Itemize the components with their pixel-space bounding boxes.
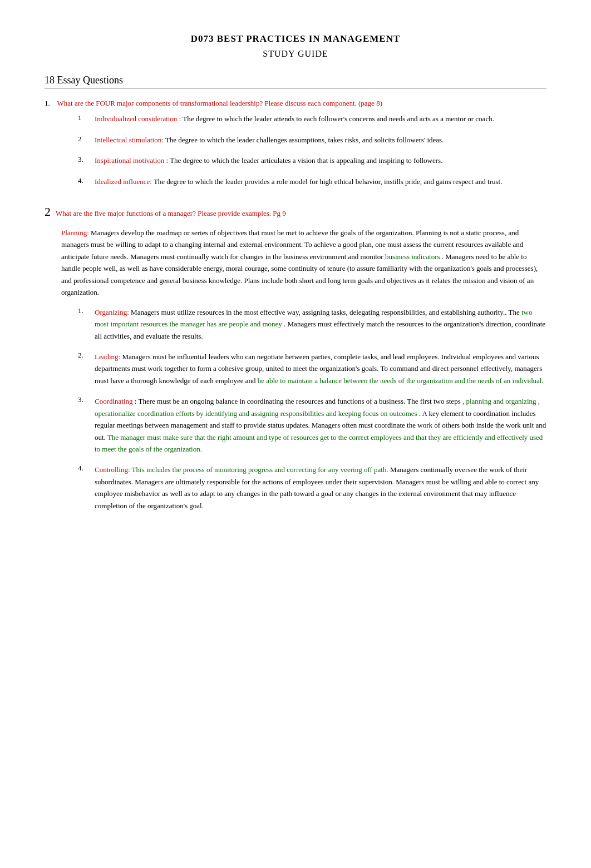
q1-item-2-suffix: The degree to which the leader challenge…	[165, 136, 444, 144]
leading-label: Leading:	[95, 353, 120, 361]
q1-item-4: 4. Idealized influence: The degree to wh…	[78, 176, 546, 187]
coordinating-text-1: : There must be an ongoing balance in co…	[135, 397, 461, 405]
question-1-block: 1. What are the FOUR major components of…	[45, 99, 546, 187]
q1-item-2-label: Intellectual stimulation:	[95, 136, 164, 144]
section-heading: 18 Essay Questions	[45, 75, 546, 89]
q1-item-3-content: Inspirational motivation : The degree to…	[95, 155, 442, 166]
q2-item-4-content: Controlling: This includes the process o…	[95, 464, 546, 512]
q1-item-1-label: Individualized consideration	[95, 115, 177, 123]
page-title: D073 BEST PRACTICES IN MANAGEMENT	[45, 33, 546, 44]
planning-highlight: business indicators	[385, 252, 440, 261]
q1-number: 1.	[45, 99, 50, 107]
q2-item-coordinating: 3. Coordinating : There must be an ongoi…	[78, 395, 546, 455]
leading-highlight: be able to maintain a balance between th…	[258, 376, 544, 385]
q2-item-1-content: Organizing: Managers must utilize resour…	[95, 306, 546, 342]
q1-item-3: 3. Inspirational motivation : The degree…	[78, 155, 546, 166]
q1-item-4-label: Idealized influence:	[95, 177, 152, 186]
q2-text: What are the five major functions of a m…	[56, 209, 286, 217]
controlling-label: Controlling:	[95, 465, 130, 474]
q2-item-4-num: 4.	[78, 464, 95, 473]
q1-item-3-num: 3.	[78, 155, 95, 164]
coordinating-highlight-2: responsibilities and keeping focus on ou…	[280, 409, 417, 418]
q2-item-controlling: 4. Controlling: This includes the proces…	[78, 464, 546, 512]
planning-paragraph: Planning: Managers develop the roadmap o…	[61, 227, 546, 299]
q1-item-2-num: 2	[78, 135, 95, 143]
q2-item-3-content: Coordinating : There must be an ongoing …	[95, 395, 546, 455]
q2-sub-list: 1. Organizing: Managers must utilize res…	[78, 306, 546, 512]
q2-item-3-num: 3.	[78, 395, 95, 404]
q1-item-3-suffix: : The degree to which the leader articul…	[166, 156, 443, 165]
page-subtitle: STUDY GUIDE	[45, 49, 546, 59]
q1-item-4-suffix: The degree to which the leader provides …	[154, 177, 503, 186]
controlling-highlight-label: This includes the process of monitoring …	[132, 465, 388, 474]
q2-item-1-num: 1.	[78, 306, 95, 315]
q1-item-2: 2 Intellectual stimulation: The degree t…	[78, 135, 546, 146]
q1-item-1-content: Individualized consideration : The degre…	[95, 113, 494, 125]
coordinating-label: Coordinating	[95, 397, 133, 405]
q1-item-3-label: Inspirational motivation	[95, 156, 164, 165]
planning-label: Planning:	[61, 229, 89, 237]
q1-item-1-num: 1	[78, 113, 95, 122]
q2-item-2-num: 2.	[78, 351, 95, 360]
q1-item-2-content: Intellectual stimulation: The degree to …	[95, 135, 444, 146]
coordinating-highlight-1: , planning and organizing	[462, 397, 536, 405]
q2-item-leading: 2. Leading: Managers must be influential…	[78, 351, 546, 386]
question-2-block: 2 What are the five major functions of a…	[45, 205, 546, 512]
q2-item-2-content: Leading: Managers must be influential le…	[95, 351, 546, 386]
q1-text: What are the FOUR major components of tr…	[57, 99, 382, 107]
organizing-text-1: Managers must utilize resources in the m…	[131, 308, 520, 316]
coordinating-highlight-3: The manager must make sure that the righ…	[95, 433, 543, 453]
q2-item-organizing: 1. Organizing: Managers must utilize res…	[78, 306, 546, 342]
q1-item-1-suffix: : The degree to which the leader attends…	[179, 115, 494, 123]
q1-item-4-content: Idealized influence: The degree to which…	[95, 176, 502, 187]
q1-item-1: 1 Individualized consideration : The deg…	[78, 113, 546, 125]
q1-sub-items: 1 Individualized consideration : The deg…	[78, 113, 546, 187]
q2-number: 2	[45, 205, 51, 219]
q1-item-4-num: 4.	[78, 176, 95, 185]
organizing-label: Organizing:	[95, 308, 129, 316]
